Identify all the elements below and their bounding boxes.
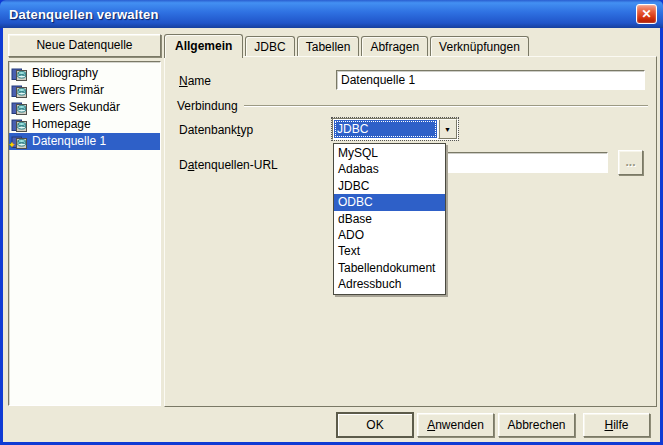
datasource-list[interactable]: Bibliography Ewers Primär Ewers Sekundär… [8,61,161,406]
tab-strip: Allgemein JDBC Tabellen Abfragen Verknüp… [164,33,531,57]
tab-abfragen[interactable]: Abfragen [361,36,428,57]
tab-allgemein[interactable]: Allgemein [164,34,243,58]
list-item-label: Ewers Sekundär [32,99,120,116]
option-ado[interactable]: ADO [334,227,445,243]
dbtype-label: Datenbanktyp [179,123,253,137]
list-item-label: Homepage [32,116,91,133]
ok-button[interactable]: OK [337,413,413,437]
list-item-bibliography[interactable]: Bibliography [9,65,160,82]
option-text[interactable]: Text [334,243,445,259]
help-button[interactable]: Hilfe [583,413,650,437]
verbindung-section-header: Verbindung [173,99,648,113]
option-dbase[interactable]: dBase [334,211,445,227]
database-icon [11,66,28,82]
dbtype-selected-value: JDBC [334,120,437,138]
titlebar[interactable]: Datenquellen verwalten ✕ [0,0,663,28]
url-label: Datenquellen-URL [179,158,278,172]
dbtype-combobox[interactable]: JDBC ▼ [332,118,458,140]
list-item-ewers-sekundaer[interactable]: Ewers Sekundär [9,99,160,116]
close-icon[interactable]: ✕ [636,4,657,24]
tab-jdbc[interactable]: JDBC [245,36,294,57]
new-datasource-button[interactable]: Neue Datenquelle [8,34,161,57]
apply-button[interactable]: Anwenden [417,413,494,437]
option-tabellendokument[interactable]: Tabellendokument [334,260,445,276]
list-item-label: Bibliography [32,65,98,82]
database-icon [11,117,28,133]
chevron-down-icon[interactable]: ▼ [438,119,457,139]
dbtype-dropdown-list[interactable]: MySQL Adabas JDBC ODBC dBase ADO Text Ta… [333,143,446,295]
list-item-label: Ewers Primär [32,82,104,99]
option-mysql[interactable]: MySQL [334,145,445,161]
cancel-button[interactable]: Abbrechen [498,413,575,437]
name-label: Name [179,74,211,88]
tab-tabellen[interactable]: Tabellen [297,36,360,57]
option-jdbc[interactable]: JDBC [334,178,445,194]
database-icon [11,83,28,99]
tab-verknuepfungen[interactable]: Verknüpfungen [430,36,529,57]
database-icon [11,100,28,116]
database-icon-new: ✦ [11,134,28,150]
browse-button[interactable]: ... [618,150,643,175]
list-item-label: Datenquelle 1 [32,133,106,150]
option-odbc[interactable]: ODBC [334,194,445,210]
window-title: Datenquellen verwalten [9,7,159,22]
list-item-datenquelle-1[interactable]: ✦ Datenquelle 1 [9,133,160,150]
option-adabas[interactable]: Adabas [334,161,445,177]
list-item-ewers-primaer[interactable]: Ewers Primär [9,82,160,99]
section-divider [244,105,648,107]
tab-page-allgemein: Name Verbindung Datenbanktyp JDBC ▼ Date… [164,56,657,407]
option-adressbuch[interactable]: Adressbuch [334,276,445,292]
list-item-homepage[interactable]: Homepage [9,116,160,133]
dialog-body: Neue Datenquelle Bibliography Ewers Prim… [3,28,660,442]
manage-datasources-dialog: Datenquellen verwalten ✕ Neue Datenquell… [0,0,663,445]
verbindung-label: Verbindung [173,99,238,113]
name-input[interactable] [336,70,645,90]
new-badge-icon: ✦ [8,137,16,154]
